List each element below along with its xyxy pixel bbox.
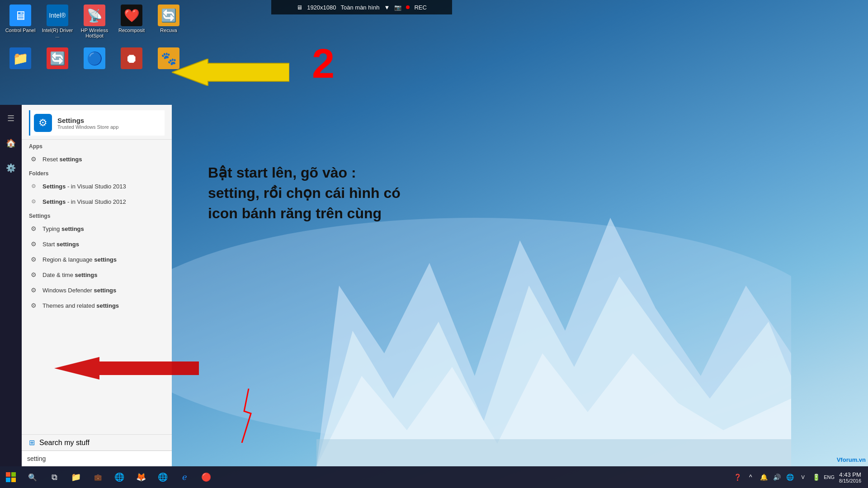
taskbar-chrome-button[interactable]: 🌐	[152, 466, 174, 488]
settings-vs2012-icon: ⚙	[29, 197, 38, 206]
recuva-icon: 🔄	[158, 5, 179, 26]
windows-logo-icon: ⊞	[29, 438, 35, 447]
svg-marker-3	[316, 353, 791, 466]
svg-marker-2	[316, 277, 791, 466]
start-settings-item[interactable]: ⚙ Start settings	[22, 236, 172, 252]
best-match-section: ⚙ Settings Trusted Windows Store app	[22, 105, 172, 140]
desktop-icon-recuva[interactable]: 🔄 Recuva	[151, 5, 187, 38]
sidebar-settings-icon[interactable]: ⚙️	[2, 159, 20, 177]
datetime-settings-text: Date & time settings	[42, 272, 97, 278]
windows-logo-taskbar	[6, 472, 16, 482]
desktop-icon-recomposit[interactable]: ❤️ Recomposit	[113, 5, 150, 38]
hp-hotspot-icon: 📡	[84, 5, 105, 26]
datetime-settings-icon: ⚙	[29, 270, 38, 279]
resolution-display: 868x488	[307, 4, 336, 11]
control-panel-label: Control Panel	[5, 28, 36, 33]
hp-hotspot-label: HP Wireless HotSpot	[76, 28, 113, 38]
tray-antivirus-icon[interactable]: V	[797, 472, 808, 483]
search-input[interactable]	[27, 455, 166, 462]
desktop-icon-intel[interactable]: Intel® Intel(R) Driver ...	[39, 5, 75, 38]
r2-2-icon: 🔄	[47, 47, 68, 69]
themes-settings-icon: ⚙	[29, 301, 38, 310]
rec-dot	[406, 5, 410, 9]
settings-vs2012-text: Settings - in Visual Studio 2012	[42, 198, 126, 205]
desktop-icon-r2-2[interactable]: 🔄	[39, 47, 75, 70]
r2-4-icon: ⏺	[121, 47, 142, 69]
desktop-icon-r2-3[interactable]: 🔵	[76, 47, 113, 70]
recuva-label: Recuva	[160, 28, 177, 33]
glacier-illustration	[158, 195, 791, 466]
settings-vs2013-item[interactable]: ⚙ Settings - in Visual Studio 2013	[22, 178, 172, 194]
region-language-settings-item[interactable]: ⚙ Region & language settings	[22, 252, 172, 267]
desktop-icon-r2-5[interactable]: 🐾	[151, 47, 187, 70]
taskbar-search-button[interactable]: 🔍	[22, 466, 43, 488]
desktop-icon-r2-1[interactable]: 📁	[2, 47, 38, 70]
defender-settings-item[interactable]: ⚙ Windows Defender settings	[22, 282, 172, 298]
desktop-icon-control-panel[interactable]: 🖥 Control Panel	[2, 5, 38, 38]
taskbar-media-button[interactable]: 🔴	[195, 466, 217, 488]
best-match-subtitle: Trusted Windows Store app	[57, 124, 118, 130]
dropdown-icon: ▼	[384, 4, 390, 11]
desktop-icon-hp-hotspot[interactable]: 📡 HP Wireless HotSpot	[76, 5, 113, 38]
start-menu-sidebar: ☰ 🏠 ⚙️	[0, 105, 22, 466]
taskbar-firefox-button[interactable]: 🦊	[130, 466, 152, 488]
intel-icon: Intel®	[47, 5, 68, 26]
settings-section-header: Settings	[22, 209, 172, 221]
recomposit-icon: ❤️	[121, 5, 142, 26]
desktop-icons-row1: 🖥 Control Panel Intel® Intel(R) Driver .…	[0, 2, 189, 41]
svg-marker-1	[316, 218, 791, 466]
region-settings-icon: ⚙	[29, 255, 38, 264]
typing-settings-icon: ⚙	[29, 224, 38, 233]
apps-section-header: Apps	[22, 140, 172, 151]
taskbar: 🔍 ⧉ 📁 💼 🌐 🦊 🌐 ℯ 🔴 ❓ ^ 🔔 🔊 🌐 V 🔋 ENG 4:43…	[0, 466, 868, 488]
tray-language-label[interactable]: ENG	[824, 474, 835, 480]
defender-settings-icon: ⚙	[29, 286, 38, 295]
r2-3-icon: 🔵	[84, 47, 105, 69]
tray-battery-icon[interactable]: 🔋	[811, 472, 821, 483]
taskbar-edge-button[interactable]: ℯ	[174, 466, 195, 488]
taskbar-ie-button[interactable]: 🌐	[108, 466, 130, 488]
sidebar-hamburger-icon[interactable]: ☰	[2, 109, 20, 127]
tray-help-icon[interactable]: ❓	[732, 472, 743, 483]
defender-settings-text: Windows Defender settings	[42, 287, 116, 294]
desktop-icons-row2: 📁 🔄 🔵 ⏺ 🐾	[0, 45, 189, 73]
tray-network-icon[interactable]: 🌐	[784, 472, 795, 483]
screen-mode-label: Toàn màn hình	[341, 4, 380, 11]
taskbar-taskview-button[interactable]: ⧉	[43, 466, 65, 488]
settings-vs2013-icon: ⚙	[29, 182, 38, 191]
typing-settings-text: Typing settings	[42, 225, 84, 232]
taskbar-explorer-button[interactable]: 📁	[65, 466, 87, 488]
search-my-stuff-button[interactable]: ⊞ Search my stuff	[22, 434, 172, 450]
tray-notification-icon[interactable]: 🔔	[758, 472, 769, 483]
settings-app-icon: ⚙	[34, 114, 52, 132]
tray-volume-icon[interactable]: 🔊	[771, 472, 782, 483]
best-match-text-block: Settings Trusted Windows Store app	[57, 117, 118, 130]
svg-rect-9	[6, 478, 10, 482]
start-button[interactable]	[0, 466, 22, 488]
settings-best-match-item[interactable]: ⚙ Settings Trusted Windows Store app	[29, 110, 165, 136]
clock-time: 4:43 PM	[839, 471, 861, 478]
svg-rect-7	[6, 472, 10, 477]
start-settings-icon: ⚙	[29, 239, 38, 249]
typing-settings-item[interactable]: ⚙ Typing settings	[22, 221, 172, 236]
tray-chevron-icon[interactable]: ^	[745, 472, 756, 483]
desktop-icon-r2-4[interactable]: ⏺	[113, 47, 150, 70]
recording-bar: 🖥 868x488 Toàn màn hình ▼ 📷 REC	[271, 0, 452, 14]
recomposit-label: Recomposit	[118, 28, 145, 33]
themes-settings-item[interactable]: ⚙ Themes and related settings	[22, 298, 172, 313]
vforum-watermark: Vforum.vn	[837, 456, 866, 463]
datetime-settings-item[interactable]: ⚙ Date & time settings	[22, 267, 172, 282]
taskbar-app1-button[interactable]: 💼	[87, 466, 108, 488]
camera-icon: 📷	[394, 4, 401, 11]
settings-vs2012-item[interactable]: ⚙ Settings - in Visual Studio 2012	[22, 194, 172, 209]
sidebar-home-icon[interactable]: 🏠	[2, 134, 20, 152]
settings-vs2013-text: Settings - in Visual Studio 2013	[42, 183, 126, 190]
start-menu-panel: ⚙ Settings Trusted Windows Store app App…	[22, 105, 172, 466]
reset-settings-item[interactable]: ⚙ Reset settings	[22, 151, 172, 167]
reset-settings-icon: ⚙	[29, 155, 38, 164]
themes-settings-text: Themes and related settings	[42, 302, 119, 309]
svg-rect-4	[316, 439, 791, 466]
system-clock[interactable]: 4:43 PM 8/15/2016	[837, 471, 863, 483]
svg-rect-10	[11, 478, 16, 482]
folders-section-header: Folders	[22, 167, 172, 178]
